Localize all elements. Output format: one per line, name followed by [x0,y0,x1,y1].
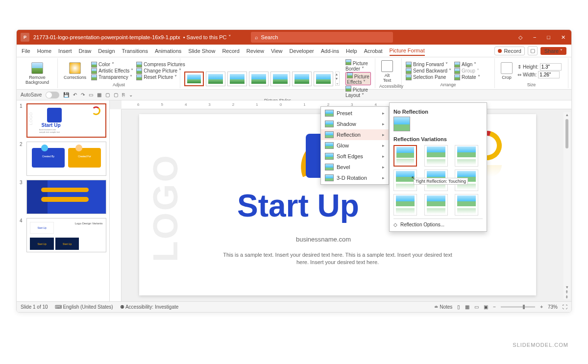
no-reflection-option[interactable] [393,117,410,131]
tab-animations[interactable]: Animations [155,48,181,54]
slide-body-text[interactable]: This is a sample text. Insert your desir… [222,251,453,267]
tab-developer[interactable]: Developer [290,48,314,54]
notes-button[interactable]: ≐ Notes [434,304,452,310]
tab-file[interactable]: File [22,48,30,54]
effects-shadow[interactable]: Shadow▸ [321,119,389,129]
location-icon[interactable]: ◇ [516,33,524,42]
tab-design[interactable]: Design [98,48,115,54]
slide-count[interactable]: Slide 1 of 10 [21,304,48,310]
effects-3d-rotation[interactable]: 3-D Rotation▸ [321,172,389,183]
remove-background-button[interactable]: Remove Background [24,61,51,86]
tab-slideshow[interactable]: Slide Show [188,48,215,54]
tab-draw[interactable]: Draw [79,48,92,54]
brand-footer: SLIDEMODEL.COM [0,342,568,348]
selection-pane-button[interactable]: Selection Pane [406,74,451,80]
qat-icon[interactable]: ▦ [97,92,101,97]
canvas-area[interactable]: 654 321 012 345 6 LOGO Start Up business… [110,100,571,301]
effects-bevel[interactable]: Bevel▸ [321,162,389,172]
ribbon-tabs: File Home Insert Draw Design Transitions… [17,45,571,57]
effects-preset[interactable]: Preset▸ [321,108,389,119]
rotate-button[interactable]: Rotate ˅ [454,74,480,80]
tab-transitions[interactable]: Transitions [122,48,148,54]
tab-view[interactable]: View [271,48,283,54]
reset-picture-button[interactable]: Reset Picture ˅ [136,74,185,80]
save-icon[interactable]: 💾 [63,92,69,97]
change-picture-button[interactable]: Change Picture ˅ [136,68,185,74]
picture-effects-button[interactable]: Picture Effects ˅ [345,72,371,85]
minimize-button[interactable]: − [531,33,538,42]
accessibility-status[interactable]: ⚉ Accessibility: Investigate [120,304,179,310]
qat-more-icon[interactable]: ⌄ [129,92,133,97]
redo-icon[interactable]: ↷ [81,92,85,97]
transparency-button[interactable]: Transparency ˅ [91,74,133,80]
undo-icon[interactable]: ↶ [73,92,77,97]
reflection-options[interactable]: ◇Reflection Options... [393,218,483,227]
send-backward-button[interactable]: Send Backward ˅ [406,68,451,74]
language-status[interactable]: ⌨ English (United States) [55,304,113,310]
color-button[interactable]: Color ˅ [91,62,133,68]
slide-thumbnail-panel[interactable]: 1 Start Up businessname.comsample text s… [17,100,110,301]
effects-reflection[interactable]: Reflection▸ [321,129,389,140]
crop-button[interactable]: Crop [499,61,514,81]
picture-layout-button[interactable]: Picture Layout ˅ [345,86,371,98]
slide-subtitle[interactable]: businessname.com [296,236,351,243]
reflection-variant[interactable] [424,145,448,167]
corrections-button[interactable]: Corrections [62,61,88,81]
autosave-toggle[interactable] [46,92,59,98]
slide-thumbnail[interactable]: 4 Logo Design Variants Start Up Start Up… [20,218,106,252]
tab-insert[interactable]: Insert [58,48,72,54]
effects-soft-edges[interactable]: Soft Edges▸ [321,151,389,162]
vertical-scrollbar[interactable]: ▴ ▾⇞⇟ [564,112,570,299]
tab-record[interactable]: Record [222,48,239,54]
maximize-button[interactable]: □ [545,33,552,42]
record-button[interactable]: Record [494,47,524,55]
zoom-out-button[interactable]: − [493,304,496,310]
bring-forward-button[interactable]: Bring Forward ˅ [406,62,451,68]
picture-styles-gallery[interactable]: ▴▾⌄ [184,72,340,86]
qat-icon[interactable]: ▢ [105,92,110,97]
zoom-level[interactable]: 73% [548,304,558,310]
zoom-slider[interactable] [501,306,535,308]
normal-view-icon[interactable]: ▯ [457,304,460,310]
tab-addins[interactable]: Add-ins [321,48,339,54]
zoom-in-button[interactable]: + [540,304,543,310]
slide-canvas[interactable]: LOGO Start Up businessname.com This is a… [139,114,536,295]
align-button[interactable]: Align ˅ [454,62,480,68]
qat-icon[interactable]: ▭ [89,92,93,97]
qat-icon[interactable]: ⎘ [122,92,125,97]
reflection-variant[interactable] [393,194,417,216]
saved-status[interactable]: • Saved to this PC ˅ [183,34,231,41]
share-button[interactable]: Share ˅ [540,47,566,55]
reflection-variant[interactable] [393,145,417,167]
group-button[interactable]: Group ˅ [454,68,480,74]
height-input[interactable]: ⇕ Height: [517,63,562,71]
search-input[interactable]: ⌕ Search [251,32,393,43]
picture-effects-menu: Preset▸ Shadow▸ Reflection▸ Glow▸ Soft E… [320,106,389,185]
reflection-variant[interactable] [424,194,448,216]
tab-home[interactable]: Home [37,48,51,54]
compress-pictures-button[interactable]: Compress Pictures [136,62,185,68]
width-input[interactable]: ⇔ Width: [517,71,562,78]
reflection-variant[interactable] [455,194,478,216]
search-icon: ⌕ [255,34,258,40]
fit-to-window-icon[interactable]: ⛶ [563,304,567,310]
slide-title[interactable]: Start Up [237,188,359,224]
tab-review[interactable]: Review [246,48,264,54]
reflection-variant[interactable] [455,145,478,167]
reading-view-icon[interactable]: ▭ [474,304,479,310]
sorter-view-icon[interactable]: ▦ [465,304,469,310]
alt-text-button[interactable]: Alt Text [379,59,395,84]
present-icon[interactable]: ▢ [528,46,538,55]
tab-acrobat[interactable]: Acrobat [364,48,383,54]
tab-picture-format[interactable]: Picture Format [390,48,425,56]
picture-border-button[interactable]: Picture Border ˅ [345,59,371,72]
slide-thumbnail[interactable]: 2 Created By Created For [20,142,106,176]
tab-help[interactable]: Help [346,48,357,54]
qat-icon[interactable]: ▢ [114,92,118,97]
effects-glow[interactable]: Glow▸ [321,140,389,151]
slide-thumbnail[interactable]: 3 [20,180,106,214]
artistic-effects-button[interactable]: Artistic Effects ˅ [91,68,133,74]
slide-thumbnail[interactable]: 1 Start Up businessname.comsample text s… [20,103,106,138]
close-button[interactable]: ✕ [559,33,567,42]
slideshow-view-icon[interactable]: ▣ [484,304,488,310]
